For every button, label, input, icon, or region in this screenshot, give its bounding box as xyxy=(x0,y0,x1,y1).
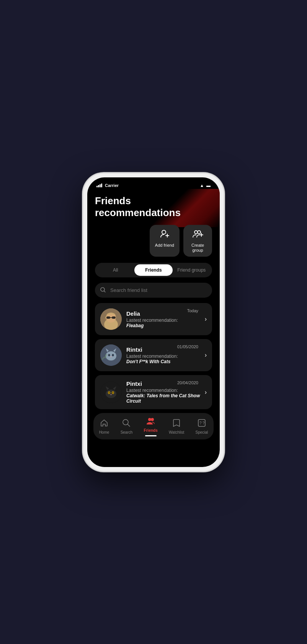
search-icon xyxy=(100,287,106,293)
nav-home[interactable]: Home xyxy=(96,419,113,434)
avatar-delia xyxy=(100,308,122,330)
chevron-pintxi: › xyxy=(205,389,207,396)
add-friend-button[interactable]: Add friend xyxy=(150,225,180,257)
status-bar-right: ▲ ▬ xyxy=(200,183,211,188)
nav-home-label: Home xyxy=(99,430,109,434)
svg-text:?: ? xyxy=(199,421,202,425)
svg-point-14 xyxy=(108,354,110,356)
tab-friend-groups[interactable]: Friend groups xyxy=(173,264,211,276)
search-input[interactable] xyxy=(95,283,212,298)
tabs-container: All Friends Friend groups xyxy=(87,263,220,277)
wifi-icon: ▲ xyxy=(200,183,204,188)
search-container xyxy=(87,283,220,298)
friend-rec-label-rintxi: Lastest recommendation: xyxy=(126,354,200,359)
svg-point-28 xyxy=(151,418,154,421)
header: Friendsrecommendations xyxy=(87,189,220,219)
svg-rect-7 xyxy=(106,316,110,319)
friend-date-pintxi: 20/04/2020 xyxy=(177,380,198,385)
friend-date-rintxi: 01/05/2020 xyxy=(177,344,198,349)
tabs: All Friends Friend groups xyxy=(95,263,212,277)
friend-rec-title-pintxi: Catwalk: Tales from the Cat Show Circuit xyxy=(126,393,200,404)
svg-point-23 xyxy=(109,392,109,393)
action-buttons: Add friend Creategroup xyxy=(87,225,220,257)
friend-card-pintxi[interactable]: Pintxi Lastest recommendation: Catwalk: … xyxy=(95,375,212,409)
nav-special[interactable]: ? ? Special xyxy=(193,419,211,434)
friend-rec-title-rintxi: Don't F**k With Cats xyxy=(126,359,200,364)
nav-active-indicator xyxy=(145,435,157,436)
friend-rec-label-pintxi: Lastest recommendation: xyxy=(126,388,200,393)
friend-list: Delia Lastest recommendation: Fleabag To… xyxy=(87,303,220,409)
friend-date-delia: Today xyxy=(187,308,198,313)
svg-point-26 xyxy=(123,420,128,425)
nav-watchlist[interactable]: Watchlist xyxy=(166,419,187,434)
nav-special-label: Special xyxy=(196,430,208,434)
svg-point-11 xyxy=(106,351,116,361)
nav-friends-label: Friends xyxy=(144,428,158,433)
home-icon xyxy=(100,419,108,429)
bottom-nav: Home Search xyxy=(93,413,214,439)
friend-card-rintxi[interactable]: Rintxi Lastest recommendation: Don't F**… xyxy=(95,339,212,371)
watchlist-icon xyxy=(173,419,180,429)
phone-frame: Carrier ▲ ▬ Friendsrecommendations xyxy=(83,173,224,472)
friend-card-delia[interactable]: Delia Lastest recommendation: Fleabag To… xyxy=(95,303,212,335)
nav-watchlist-label: Watchlist xyxy=(169,430,184,434)
phone-screen: Carrier ▲ ▬ Friendsrecommendations xyxy=(87,177,220,467)
create-group-button[interactable]: Creategroup xyxy=(183,225,212,257)
nav-friends[interactable]: Friends xyxy=(141,417,161,436)
signal-icon xyxy=(96,184,102,187)
page-title: Friendsrecommendations xyxy=(95,195,212,219)
svg-point-1 xyxy=(194,231,198,234)
notch xyxy=(131,177,176,188)
create-group-label: Creategroup xyxy=(191,243,204,253)
friends-nav-icon xyxy=(146,417,156,427)
special-icon: ? ? xyxy=(198,419,206,429)
search-nav-icon xyxy=(122,419,131,429)
add-friend-icon xyxy=(160,229,170,241)
tab-all[interactable]: All xyxy=(96,264,134,276)
svg-point-18 xyxy=(106,390,116,398)
svg-rect-8 xyxy=(112,316,116,319)
app-content: Friendsrecommendations Add friend xyxy=(87,189,220,467)
tab-friends[interactable]: Friends xyxy=(134,264,172,276)
nav-search[interactable]: Search xyxy=(118,419,136,434)
search-wrapper xyxy=(95,283,212,298)
friend-rec-title-delia: Fleabag xyxy=(126,323,200,328)
avatar-pintxi xyxy=(100,382,122,403)
svg-point-24 xyxy=(113,392,113,393)
chevron-rintxi: › xyxy=(205,352,207,359)
svg-point-2 xyxy=(198,231,201,234)
add-friend-label: Add friend xyxy=(155,243,174,248)
carrier-label: Carrier xyxy=(105,183,119,188)
status-bar-left: Carrier xyxy=(96,183,119,188)
create-group-icon xyxy=(192,229,204,241)
chevron-delia: › xyxy=(205,316,207,323)
svg-point-27 xyxy=(148,418,151,421)
avatar-rintxi xyxy=(100,344,122,366)
battery-icon: ▬ xyxy=(206,183,211,188)
nav-search-label: Search xyxy=(121,430,133,434)
friend-rec-label-delia: Lastest recommendation: xyxy=(126,318,200,323)
svg-point-0 xyxy=(162,230,166,234)
svg-point-15 xyxy=(112,354,114,356)
svg-text:?: ? xyxy=(202,421,205,425)
